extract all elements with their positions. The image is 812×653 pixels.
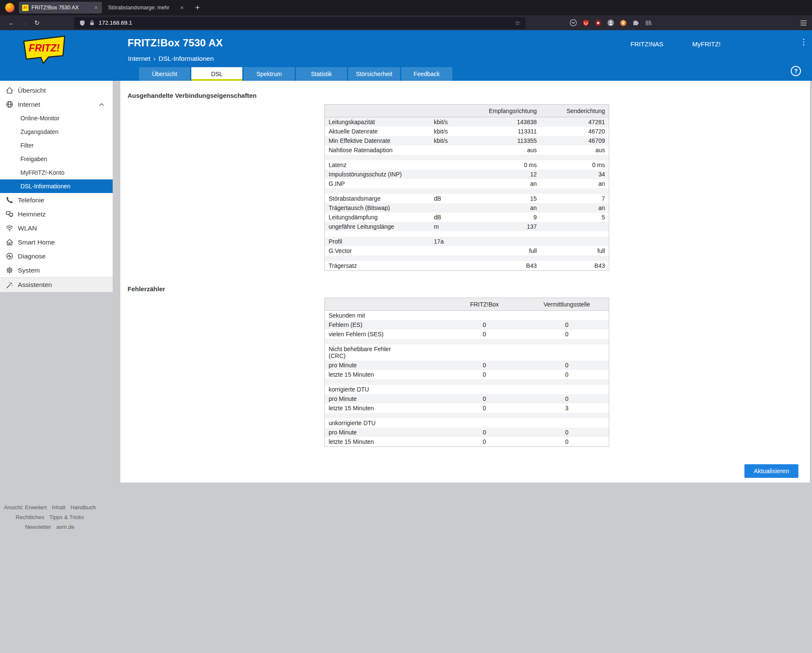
sidebar-item-diagnose[interactable]: Diagnose	[0, 249, 113, 263]
header-link-fritz-nas[interactable]: FRITZ!NAS	[630, 40, 664, 48]
refresh-button[interactable]: Aktualisieren	[744, 464, 798, 478]
spacer-row	[325, 188, 609, 194]
breadcrumb-parent[interactable]: Internet	[128, 55, 150, 62]
sidebar-item-zugangsdaten[interactable]: Zugangsdaten	[0, 125, 113, 139]
table-cell: full	[541, 246, 609, 256]
group-label-cell: unkorrigierte DTU	[325, 418, 609, 428]
account-icon[interactable]	[607, 19, 614, 26]
tab-feedback[interactable]: Feedback	[401, 67, 452, 81]
table-cell: 0	[525, 370, 609, 379]
footer-link-newsletter[interactable]: Newsletter	[25, 524, 51, 530]
ublock-origin-icon[interactable]	[582, 20, 589, 26]
table-cell: 0	[444, 329, 525, 339]
table-cell: pro Minute	[325, 361, 444, 370]
table-cell: an	[471, 203, 541, 213]
help-icon[interactable]: ?	[791, 66, 801, 76]
extensions-puzzle-icon[interactable]	[632, 19, 639, 26]
bookmark-star-icon[interactable]: ☆	[515, 19, 520, 27]
sidebar-item-internet[interactable]: Internet	[0, 97, 113, 111]
tab-statistik[interactable]: Statistik	[296, 67, 347, 81]
firefox-icon[interactable]	[5, 3, 14, 12]
breadcrumb: Internet›DSL-Informationen	[128, 55, 214, 62]
table-cell: 7	[541, 194, 609, 203]
tab-close-icon[interactable]: ×	[94, 4, 99, 11]
sidebar-item-label: Online-Monitor	[20, 115, 60, 122]
table-cell: 47281	[541, 117, 609, 127]
fritz-logo[interactable]: FRITZ!	[21, 34, 67, 68]
kebab-menu-icon[interactable]: ⋮	[800, 38, 808, 46]
sidebar-item-smart-home[interactable]: Smart Home	[0, 235, 113, 249]
url-bar[interactable]: 172.168.69.1 ☆	[74, 17, 525, 29]
table-cell: m	[430, 222, 471, 231]
tab-close-icon[interactable]: ×	[179, 4, 185, 11]
table-cell: 0	[444, 428, 525, 437]
sidebar-item-label: Übersicht	[18, 87, 45, 94]
section-title-errors: Fehlerzähler	[120, 271, 810, 292]
table-cell: 0	[525, 428, 609, 437]
library-icon[interactable]	[645, 20, 652, 26]
new-tab-button[interactable]: +	[192, 3, 203, 12]
table-row: vielen Fehlern (SES)00	[325, 329, 609, 339]
sidebar-item-filter[interactable]: Filter	[0, 139, 113, 152]
sidebar-item-assistenten[interactable]: Assistenten	[0, 277, 113, 292]
table-cell: kbit/s	[430, 117, 471, 127]
footer-link-ansicht-erweitert[interactable]: Ansicht: Erweitert	[4, 504, 47, 511]
footer-line: Ansicht: ErweitertInhaltHandbuch	[1, 504, 99, 511]
sidebar-item-wlan[interactable]: WLAN	[0, 221, 113, 235]
sidebar-item-dsl-informationen[interactable]: DSL-Informationen	[0, 179, 113, 193]
back-icon[interactable]: ←	[5, 19, 18, 26]
sidebar-item-freigaben[interactable]: Freigaben	[0, 152, 113, 166]
wifi-icon	[5, 224, 14, 232]
footer-link-inhalt[interactable]: Inhalt	[52, 504, 65, 511]
table-row: Latenz0 ms0 ms	[325, 160, 609, 170]
footer-link-tipps-tricks[interactable]: Tipps & Tricks	[49, 514, 84, 520]
extension-red-icon[interactable]	[595, 20, 602, 26]
sidebar-item-online-monitor[interactable]: Online-Monitor	[0, 111, 113, 125]
table-cell: ungefähre Leitungslänge	[325, 222, 430, 231]
spacer-row	[325, 339, 609, 344]
sidebar-item-label: Smart Home	[18, 238, 55, 246]
table-row: letzte 15 Minuten00	[325, 370, 609, 379]
tab-title: FRITZ!Box 7530 AX	[31, 5, 91, 11]
table-cell: aus	[471, 145, 541, 155]
spacer-row	[325, 256, 609, 261]
sidebar-item-label: Diagnose	[18, 253, 46, 260]
table-row: StörabstandsmargedB157	[325, 194, 609, 203]
phone-icon	[5, 196, 14, 204]
sidebar-item-myfritz-konto[interactable]: MyFRITZ!-Konto	[0, 166, 113, 179]
footer-line: Newsletteravm.de	[1, 524, 99, 530]
column-header	[325, 298, 444, 311]
reload-icon[interactable]: ↻	[31, 19, 43, 27]
table-row: Min Effektive Datenratekbit/s11335546709	[325, 136, 609, 145]
browser-tab-strip: F!FRITZ!Box 7530 AX×Störabstandsmarge: m…	[0, 0, 812, 15]
menu-icon[interactable]	[800, 20, 807, 26]
tab-dsl[interactable]: DSL	[191, 67, 242, 81]
sidebar-item-übersicht[interactable]: Übersicht	[0, 83, 113, 97]
tab-strip-tabs: F!FRITZ!Box 7530 AX×Störabstandsmarge: m…	[19, 0, 188, 15]
shield-icon[interactable]	[79, 20, 85, 26]
footer-link-handbuch[interactable]: Handbuch	[71, 504, 96, 511]
browser-tab[interactable]: F!FRITZ!Box 7530 AX×	[19, 2, 102, 14]
lock-icon[interactable]	[89, 20, 95, 26]
sidebar-item-telefonie[interactable]: Telefonie	[0, 193, 113, 207]
sidebar-item-system[interactable]: System	[0, 263, 113, 277]
header-link-myfritz[interactable]: MyFRITZ!	[692, 40, 721, 48]
table-cell: 34	[541, 170, 609, 179]
spacer-row	[325, 379, 609, 385]
pocket-icon[interactable]	[570, 19, 577, 26]
tab-spektrum[interactable]: Spektrum	[244, 67, 295, 81]
table-header-row: EmpfangsrichtungSenderichtung	[325, 105, 609, 117]
forward-icon[interactable]: →	[18, 19, 31, 26]
footer-link-avm-de[interactable]: avm.de	[56, 524, 74, 530]
tab-übersicht[interactable]: Übersicht	[139, 67, 190, 81]
browser-tab[interactable]: Störabstandsmarge: mehr×	[105, 2, 188, 14]
paw-extension-icon[interactable]	[620, 20, 627, 26]
table-cell: 0	[525, 394, 609, 403]
table-cell: Aktuelle Datenrate	[325, 127, 430, 136]
footer-link-rechtliches[interactable]: Rechtliches	[16, 514, 44, 520]
spacer-row	[325, 231, 609, 237]
sidebar-item-heimnetz[interactable]: Heimnetz	[0, 207, 113, 221]
footer-line: RechtlichesTipps & Tricks	[1, 514, 99, 520]
tab-störsicherheit[interactable]: Störsicherheit	[348, 67, 400, 81]
column-header: FRITZ!Box	[444, 298, 525, 311]
